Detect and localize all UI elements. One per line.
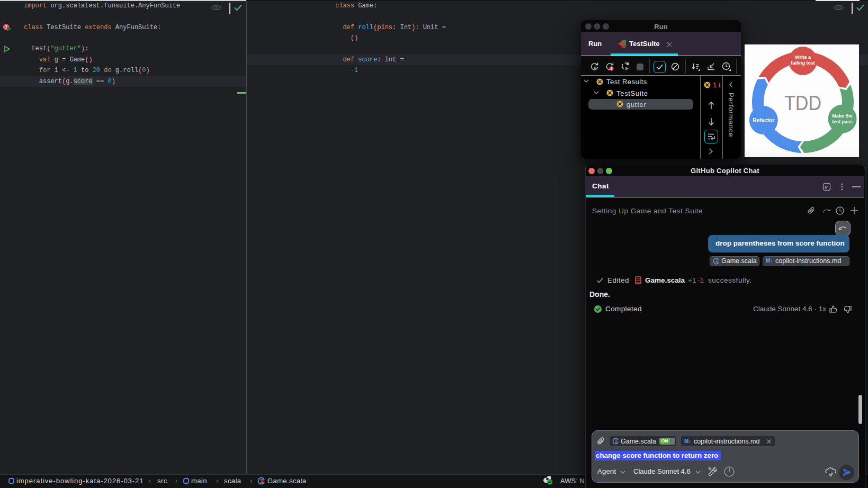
svg-text:failing test: failing test — [791, 60, 815, 66]
svg-text:TDD: TDD — [784, 92, 821, 114]
svg-text:test pass: test pass — [832, 119, 853, 124]
svg-text:Write a: Write a — [795, 55, 811, 60]
svg-text:Refactor: Refactor — [753, 118, 775, 123]
svg-text:Make the: Make the — [832, 113, 853, 119]
